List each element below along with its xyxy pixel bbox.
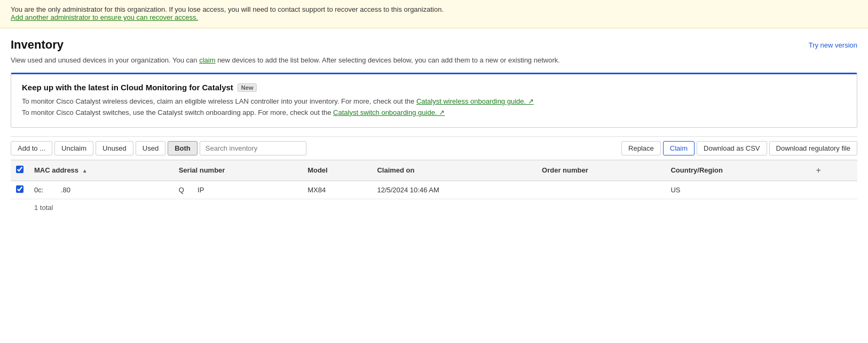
row-country: US xyxy=(665,181,807,199)
download-regulatory-button[interactable]: Download regulatory file xyxy=(769,141,857,155)
row-serial: Q IP xyxy=(173,181,302,199)
row-checkbox-cell xyxy=(11,181,29,199)
row-order-number xyxy=(536,181,665,199)
total-empty xyxy=(173,199,857,216)
info-line2-before: To monitor Cisco Catalyst switches, use … xyxy=(22,108,333,116)
add-column-button[interactable]: + xyxy=(812,165,824,176)
header-checkbox-col xyxy=(11,160,29,181)
both-button[interactable]: Both xyxy=(168,141,198,155)
row-model: MX84 xyxy=(302,181,372,199)
header-claimed-on: Claimed on xyxy=(372,160,536,181)
warning-text: You are the only administrator for this … xyxy=(11,5,444,13)
header-serial: Serial number xyxy=(173,160,302,181)
row-claimed-on: 12/5/2024 10:46 AM xyxy=(372,181,536,199)
toolbar-right: Replace Claim Download as CSV Download r… xyxy=(621,141,857,155)
table-wrapper: MAC address ▲ Serial number Model Claime… xyxy=(11,160,857,216)
info-card-line2: To monitor Cisco Catalyst switches, use … xyxy=(22,107,846,119)
row-extra xyxy=(807,181,857,199)
info-card-body: To monitor Cisco Catalyst wireless devic… xyxy=(22,96,846,119)
total-spacer xyxy=(11,199,29,216)
inventory-table: MAC address ▲ Serial number Model Claime… xyxy=(11,160,857,216)
try-new-version-link[interactable]: Try new version xyxy=(809,41,857,49)
warning-banner: You are the only administrator for this … xyxy=(0,0,868,28)
page-header: Inventory Try new version xyxy=(11,38,857,52)
row-checkbox[interactable] xyxy=(16,185,23,193)
add-admin-link[interactable]: Add another administrator to ensure you … xyxy=(11,13,198,21)
table-row: 0c: .80 Q IP MX84 12/5/2024 10:46 AM US xyxy=(11,181,857,199)
description-after: new devices to add the list below. After… xyxy=(216,56,560,64)
info-card-title-text: Keep up with the latest in Cloud Monitor… xyxy=(22,83,233,92)
used-button[interactable]: Used xyxy=(136,141,165,155)
toolbar: Add to ... Unclaim Unused Used Both Repl… xyxy=(11,136,857,160)
info-card-line1: To monitor Cisco Catalyst wireless devic… xyxy=(22,96,846,107)
claim-button[interactable]: Claim xyxy=(663,141,695,155)
search-input[interactable] xyxy=(200,141,306,155)
catalyst-wireless-link[interactable]: Catalyst wireless onboarding guide. ↗ xyxy=(416,97,534,105)
total-row: 1 total xyxy=(11,199,857,216)
header-mac: MAC address ▲ xyxy=(29,160,173,181)
catalyst-switch-link[interactable]: Catalyst switch onboarding guide. ↗ xyxy=(333,108,445,116)
replace-button[interactable]: Replace xyxy=(621,141,661,155)
info-line1-before: To monitor Cisco Catalyst wireless devic… xyxy=(22,97,416,105)
select-all-checkbox[interactable] xyxy=(16,166,23,173)
total-label: 1 total xyxy=(29,199,173,216)
info-card-title: Keep up with the latest in Cloud Monitor… xyxy=(22,83,846,92)
info-card: Keep up with the latest in Cloud Monitor… xyxy=(11,73,857,128)
page-title: Inventory xyxy=(11,38,64,52)
page-wrapper: You are the only administrator for this … xyxy=(0,0,868,343)
claim-link[interactable]: claim xyxy=(199,56,215,64)
description-before: View used and unused devices in your org… xyxy=(11,56,199,64)
add-to-button[interactable]: Add to ... xyxy=(11,141,52,155)
unused-button[interactable]: Unused xyxy=(96,141,133,155)
header-model: Model xyxy=(302,160,372,181)
download-csv-button[interactable]: Download as CSV xyxy=(697,141,767,155)
new-badge: New xyxy=(238,83,257,92)
unclaim-button[interactable]: Unclaim xyxy=(54,141,93,155)
page-description: View used and unused devices in your org… xyxy=(11,56,857,64)
header-add-col: + xyxy=(807,160,857,181)
table-header-row: MAC address ▲ Serial number Model Claime… xyxy=(11,160,857,181)
header-country: Country/Region xyxy=(665,160,807,181)
header-order-number: Order number xyxy=(536,160,665,181)
sort-arrow-mac: ▲ xyxy=(82,168,88,174)
row-mac: 0c: .80 xyxy=(29,181,173,199)
main-content: Inventory Try new version View used and … xyxy=(0,28,868,216)
